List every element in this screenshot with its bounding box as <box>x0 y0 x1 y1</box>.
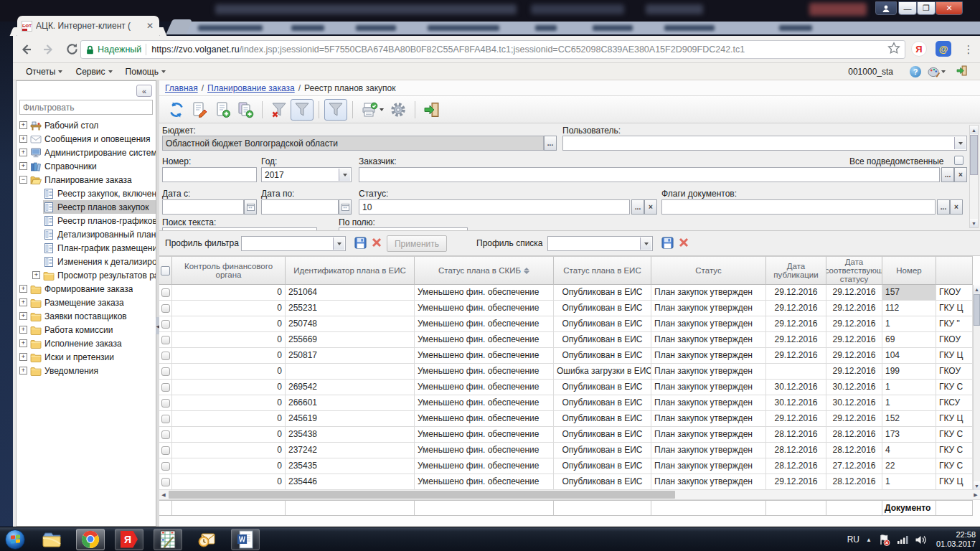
table-cell[interactable]: 29.12.2016 <box>766 474 826 489</box>
column-header[interactable]: Статус плана в СКИБ <box>415 256 554 285</box>
sidebar-item[interactable]: +Иски и претензии <box>17 350 156 364</box>
table-cell[interactable]: 30.12.2016 <box>766 380 826 395</box>
column-header[interactable]: Статус <box>651 256 766 285</box>
forward-button[interactable] <box>39 39 59 60</box>
date-to-field[interactable] <box>261 199 339 215</box>
sidebar-item[interactable]: +Формирование заказа <box>17 282 156 296</box>
menu-service[interactable]: Сервис <box>75 67 112 77</box>
row-checkbox-cell[interactable] <box>159 474 172 489</box>
customer-picker-button[interactable]: ... <box>941 167 954 182</box>
chevron-down-icon[interactable] <box>333 237 344 250</box>
start-button[interactable] <box>3 529 27 550</box>
table-cell[interactable]: 0 <box>172 301 286 316</box>
table-vertical-scrollbar[interactable]: ▲ ▼ <box>973 285 980 490</box>
copy-document-button[interactable] <box>234 99 257 121</box>
filter-panel-toggle-button[interactable] <box>324 99 347 121</box>
row-checkbox[interactable] <box>161 446 170 455</box>
table-cell[interactable]: План закупок утвержден <box>651 427 766 442</box>
row-checkbox-cell[interactable] <box>159 395 172 410</box>
status-clear-button[interactable]: × <box>644 199 657 215</box>
table-cell[interactable]: 29.12.2016 <box>766 348 826 363</box>
taskbar-word-icon[interactable] <box>231 529 260 550</box>
sidebar-filter-input[interactable] <box>19 100 153 115</box>
table-cell[interactable]: 27.12.2016 <box>826 458 882 474</box>
sidebar-item[interactable]: Детализированный план заку <box>17 227 156 241</box>
edit-button[interactable] <box>188 99 211 121</box>
table-cell[interactable]: 104 <box>882 348 936 363</box>
select-all-checkbox[interactable] <box>161 266 170 276</box>
table-cell[interactable]: 0 <box>172 316 286 331</box>
sidebar-item[interactable]: +Администрирование системы <box>17 146 156 159</box>
breadcrumb-home-link[interactable]: Главная <box>165 83 198 93</box>
row-checkbox[interactable] <box>161 399 170 408</box>
row-checkbox-cell[interactable] <box>159 285 172 300</box>
table-cell[interactable]: 29.12.2016 <box>826 348 882 363</box>
sidebar-item[interactable]: +Сообщения и оповещения <box>17 132 156 146</box>
sidebar-item[interactable]: +Просмотр результатов разме <box>17 268 156 282</box>
table-cell[interactable]: 235435 <box>286 458 415 474</box>
table-cell[interactable]: Уменьшено фин. обеспечение <box>415 474 554 489</box>
table-cell[interactable]: Опубликован в ЕИС <box>554 301 651 316</box>
list-profile-select[interactable] <box>547 236 653 251</box>
table-cell[interactable]: 251064 <box>286 285 415 300</box>
scroll-up-icon[interactable]: ▲ <box>974 285 980 293</box>
back-button[interactable] <box>16 39 36 60</box>
sidebar-item[interactable]: +Работа комиссии <box>17 323 156 336</box>
table-cell[interactable]: 1 <box>882 316 936 331</box>
apply-button[interactable]: Применить <box>387 235 447 252</box>
table-cell[interactable]: 255669 <box>286 332 415 347</box>
table-cell[interactable]: 22 <box>882 458 936 474</box>
customer-field[interactable] <box>359 167 940 182</box>
table-cell[interactable]: Опубликован в ЕИС <box>554 380 651 395</box>
appearance-settings-button[interactable] <box>928 66 946 77</box>
chevron-down-icon[interactable] <box>339 169 350 181</box>
date-to-calendar-button[interactable] <box>339 199 352 215</box>
table-cell[interactable]: 29.12.2016 <box>826 301 882 316</box>
table-cell[interactable]: Уменьшено фин. обеспечение <box>415 395 554 410</box>
table-cell[interactable]: Опубликован в ЕИС <box>554 285 651 300</box>
bookmark-star-icon[interactable] <box>887 42 900 57</box>
window-close-button[interactable]: ✕ <box>936 1 963 15</box>
table-cell[interactable]: ГКУ С <box>936 458 973 474</box>
help-icon[interactable]: ? <box>910 66 921 77</box>
scroll-left-icon[interactable]: ◀ <box>159 491 168 499</box>
table-cell[interactable]: 199 <box>882 364 936 379</box>
table-cell[interactable]: 0 <box>172 332 286 347</box>
row-checkbox[interactable] <box>161 304 170 313</box>
network-signal-icon[interactable] <box>897 534 908 545</box>
table-cell[interactable]: 4 <box>882 443 936 458</box>
browser-menu-icon[interactable]: ⋮ <box>960 41 977 58</box>
table-cell[interactable]: 28.12.2016 <box>766 427 826 442</box>
table-cell[interactable]: 30.12.2016 <box>826 380 882 395</box>
menu-reports[interactable]: Отчеты <box>26 67 62 77</box>
table-cell[interactable]: Опубликован в ЕИС <box>554 395 651 410</box>
expand-node-icon[interactable]: + <box>19 121 27 129</box>
table-cell[interactable]: 250748 <box>286 316 415 331</box>
row-checkbox[interactable] <box>161 462 170 471</box>
table-cell[interactable]: ГКУ Ц <box>936 411 973 426</box>
column-header[interactable] <box>159 256 172 285</box>
table-cell[interactable]: 0 <box>172 380 286 395</box>
table-cell[interactable]: План закупок утвержден <box>651 316 766 331</box>
expand-node-icon[interactable]: + <box>19 162 27 170</box>
table-cell[interactable]: План закупок утвержден <box>651 285 766 300</box>
row-checkbox[interactable] <box>161 320 170 329</box>
table-cell[interactable]: ГКОУ <box>936 364 973 379</box>
table-cell[interactable]: Опубликован в ЕИС <box>554 458 651 474</box>
collapse-node-icon[interactable]: − <box>19 176 27 184</box>
expand-node-icon[interactable]: + <box>19 285 27 293</box>
reload-button[interactable] <box>62 39 82 60</box>
table-cell[interactable]: 0 <box>172 364 286 379</box>
table-cell[interactable]: 29.12.2016 <box>826 285 882 300</box>
sidebar-collapse-button[interactable]: « <box>136 85 152 97</box>
table-cell[interactable]: ГКОУ <box>936 332 973 347</box>
table-cell[interactable]: 173 <box>882 427 936 442</box>
table-cell[interactable]: 29.12.2016 <box>766 411 826 426</box>
table-cell[interactable]: План закупок утвержден <box>651 380 766 395</box>
table-cell[interactable]: Уменьшено фин. обеспечение <box>415 316 554 331</box>
table-cell[interactable]: Опубликован в ЕИС <box>554 316 651 331</box>
window-maximize-button[interactable]: ❐ <box>917 1 936 15</box>
table-cell[interactable]: 29.12.2016 <box>826 316 882 331</box>
table-cell[interactable]: Уменьшено фин. обеспечение <box>415 301 554 316</box>
table-row[interactable]: 0237242Уменьшено фин. обеспечениеОпублик… <box>159 443 973 458</box>
